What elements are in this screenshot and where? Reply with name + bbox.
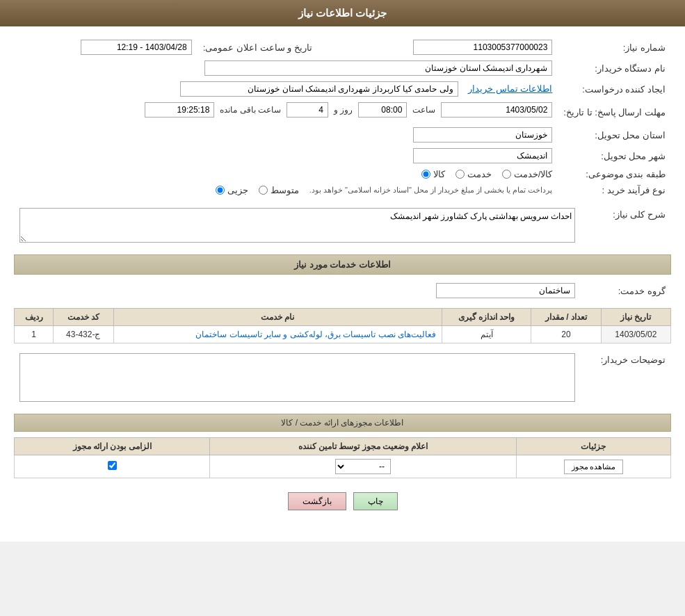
row-number: 1 [15,326,54,343]
service-group-label: گروه خدمت: [581,280,671,301]
need-number-input[interactable] [413,40,552,55]
col-date-header: تاریخ نیاز [601,309,670,326]
response-deadline-label: مهلت ارسال پاسخ: تا تاریخ: [558,99,671,124]
permits-table: جزئیات اعلام وضعیت مجوز توسط تامین کننده… [14,437,671,478]
city-label: شهر محل تحویل: [558,145,671,166]
category-kala-label: کالا [433,169,445,179]
need-desc-label: شرح کلی نیاز: [581,205,671,248]
permits-col-status: اعلام وضعیت مجوز توسط تامین کننده [210,438,517,455]
category-khadamat[interactable]: خدمت [456,169,492,179]
response-time-label: ساعت [412,105,435,115]
response-hours-display[interactable] [145,102,214,117]
need-number-label: شماره نیاز: [558,37,671,58]
province-label: استان محل تحویل: [558,124,671,145]
info-table: شماره نیاز: تاریخ و ساعت اعلان عمومی: نا… [14,37,671,198]
buyer-name-label: نام دستگاه خریدار: [558,58,671,79]
need-desc-section: شرح کلی نیاز: احداث سرویس بهداشتی پارک ک… [14,205,671,248]
permits-section-header: اطلاعات مجوزهای ارائه خدمت / کالا [14,414,671,432]
purchase-motavaset[interactable]: متوسط [259,185,299,195]
view-permit-button[interactable]: مشاهده مجوز [564,460,624,474]
category-kala-khadamat-label: کالا/خدمت [514,169,553,179]
service-group-table: گروه خدمت: [14,280,671,301]
services-section-header: اطلاعات خدمات مورد نیاز [14,254,671,275]
contact-info-link[interactable]: اطلاعات تماس خریدار [468,83,552,94]
col-code-header: کد خدمت [54,309,113,326]
announce-datetime-input[interactable] [81,40,192,55]
col-qty-header: تعداد / مقدار [531,309,601,326]
response-time-input[interactable] [358,102,407,117]
purchase-jozvi[interactable]: جزیی [216,185,248,195]
row-date: 1403/05/02 [601,326,670,343]
purchase-type-label: نوع فرآیند خرید : [558,182,671,198]
permit-row: مشاهده مجوز -- [15,455,671,478]
col-name-header: نام خدمت [113,309,442,326]
permit-required-checkbox[interactable] [108,461,117,470]
response-hours-label: ساعت باقی مانده [220,105,281,115]
back-button[interactable]: بازگشت [288,492,346,510]
buyer-desc-textarea[interactable] [19,353,575,402]
row-name: فعالیت‌های نصب تاسیسات برق، لوله‌کشی و س… [113,326,442,343]
purchase-motavaset-label: متوسط [271,185,299,195]
permit-status-select[interactable]: -- [335,459,391,474]
permits-col-required: الزامی بودن ارائه مجوز [15,438,210,455]
purchase-note: پرداخت تمام یا بخشی از مبلغ خریدار از مح… [309,186,553,195]
print-button[interactable]: چاپ [353,492,398,510]
row-code: ج-432-43 [54,326,113,343]
page-title: جزئیات اطلاعات نیاز [298,7,387,19]
col-row-header: ردیف [15,309,54,326]
need-desc-textarea[interactable]: احداث سرویس بهداشتی پارک کشاورز شهر اندی… [19,208,575,243]
category-kala-khadamat[interactable]: کالا/خدمت [502,169,553,179]
col-unit-header: واحد اندازه گیری [442,309,531,326]
table-row: 1403/05/02 20 آیتم فعالیت‌های نصب تاسیسا… [15,326,671,343]
content-area: شماره نیاز: تاریخ و ساعت اعلان عمومی: نا… [0,26,685,521]
main-container: جزئیات اطلاعات نیاز شماره نیاز: تاریخ و … [0,0,685,542]
row-unit: آیتم [442,326,531,343]
row-qty: 20 [531,326,601,343]
services-table: تاریخ نیاز تعداد / مقدار واحد اندازه گیر… [14,308,671,343]
action-buttons: چاپ بازگشت [14,492,671,510]
creator-label: ایجاد کننده درخواست: [558,79,671,99]
response-date-input[interactable] [441,102,552,117]
announce-datetime-label: تاریخ و ساعت اعلان عمومی: [198,37,333,58]
buyer-desc-section: توضیحات خریدار: [14,350,671,407]
city-input[interactable] [413,148,552,163]
buyer-desc-label: توضیحات خریدار: [581,350,671,407]
category-label: طبقه بندی موضوعی: [558,166,671,182]
creator-input[interactable] [180,81,458,97]
page-header: جزئیات اطلاعات نیاز [0,0,685,26]
response-days-label: روز و [334,105,353,115]
category-kala[interactable]: کالا [421,169,445,179]
purchase-jozvi-label: جزیی [227,185,248,195]
category-khadamat-label: خدمت [467,169,492,179]
service-group-input[interactable] [436,283,575,298]
province-input[interactable] [413,127,552,143]
response-days-input[interactable] [287,102,328,117]
permits-col-details: جزئیات [516,438,670,455]
buyer-name-input[interactable] [204,60,552,76]
